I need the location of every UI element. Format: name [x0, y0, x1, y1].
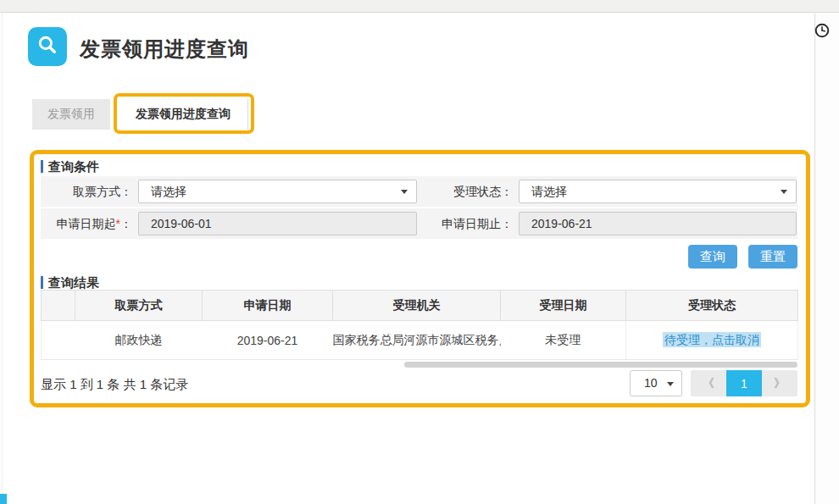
results-table: 取票方式 申请日期 受理机关 受理日期 受理状态 邮政快递 2019-06-21…: [41, 290, 798, 360]
pagination: 《 1 》: [691, 370, 797, 396]
cell-empty: [42, 321, 75, 360]
query-button[interactable]: 查询: [688, 245, 737, 269]
page-header-icon: [28, 27, 67, 66]
col-accept-status: 受理状态: [626, 291, 798, 321]
cell-pickup-method: 邮政快递: [75, 321, 203, 360]
cell-accept-status: 待受理，点击取消: [626, 321, 798, 360]
col-apply-date: 申请日期: [203, 291, 333, 321]
pickup-method-selected-value: 请选择: [151, 185, 186, 198]
records-summary: 显示 1 到 1 条 共 1 条记录: [41, 377, 188, 393]
col-pickup-method: 取票方式: [75, 291, 203, 321]
col-accept-org: 受理机关: [333, 291, 501, 321]
cell-apply-date: 2019-06-21: [203, 321, 333, 360]
chevron-down-icon: [401, 190, 408, 194]
next-page-button[interactable]: 》: [762, 370, 797, 396]
screen: 发票领用进度查询 发票领用 发票领用进度查询 查询条件 取票方式： 请选择 受理…: [0, 0, 839, 504]
table-row: 邮政快递 2019-06-21 国家税务总局河源市源城区税务局... 未受理 待…: [42, 321, 798, 360]
page-title: 发票领用进度查询: [80, 36, 249, 63]
clock-icon[interactable]: [814, 23, 830, 38]
page-1-button[interactable]: 1: [726, 370, 762, 396]
apply-date-end-input[interactable]: 2019-06-21: [519, 212, 797, 235]
tab-invoice-collect[interactable]: 发票领用: [32, 99, 110, 130]
col-empty: [42, 291, 75, 321]
page-size-select[interactable]: 10: [630, 370, 682, 396]
col-accept-date: 受理日期: [501, 291, 626, 321]
apply-date-start-label: 申请日期起*：: [34, 208, 132, 239]
section-bar: [41, 160, 43, 173]
horizontal-scrollbar[interactable]: [404, 362, 797, 368]
cell-accept-date: 未受理: [501, 321, 626, 360]
chevron-down-icon: [667, 382, 674, 386]
pickup-method-label: 取票方式：: [41, 176, 132, 207]
accept-status-label: 受理状态：: [421, 176, 513, 207]
reset-button[interactable]: 重置: [748, 245, 797, 269]
cancel-request-link[interactable]: 待受理，点击取消: [663, 332, 761, 347]
tab-progress-query[interactable]: 发票领用进度查询: [119, 99, 248, 130]
results-table-header-row: 取票方式 申请日期 受理机关 受理日期 受理状态: [42, 291, 798, 321]
apply-date-end-label: 申请日期止：: [421, 208, 513, 239]
accept-status-selected-value: 请选择: [531, 185, 567, 198]
apply-date-start-input[interactable]: 2019-06-01: [138, 212, 417, 235]
page-size-value: 10: [644, 376, 658, 390]
search-icon: [35, 32, 60, 61]
section-bar: [41, 276, 43, 289]
chevron-down-icon: [781, 190, 787, 194]
top-window-strip: [0, 0, 839, 13]
cell-accept-org: 国家税务总局河源市源城区税务局...: [333, 321, 501, 360]
query-conditions-title: 查询条件: [48, 159, 99, 175]
pickup-method-select[interactable]: 请选择: [138, 180, 417, 203]
prev-page-button[interactable]: 《: [691, 370, 726, 396]
bottom-left-partial-icon: [0, 494, 7, 504]
accept-status-select[interactable]: 请选择: [519, 180, 797, 203]
